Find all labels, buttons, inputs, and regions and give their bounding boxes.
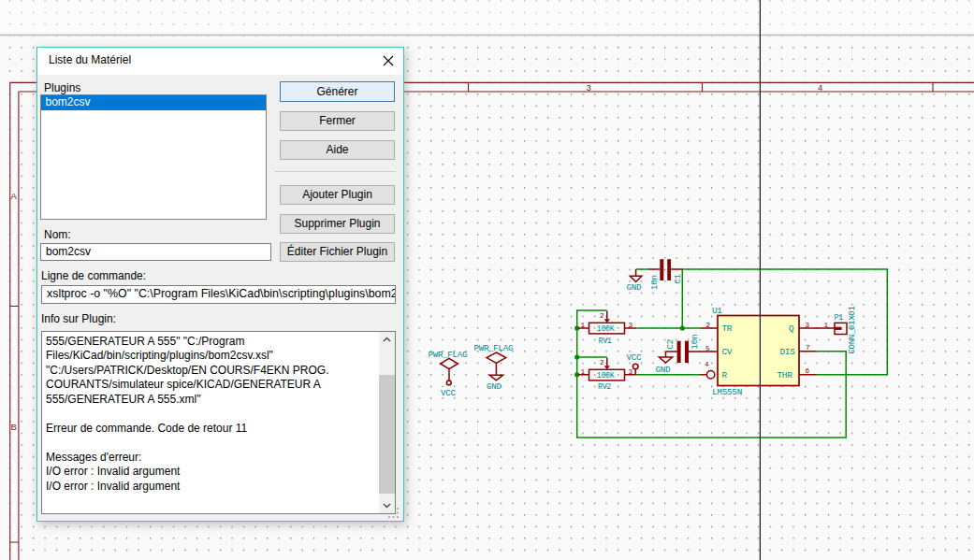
svg-text:RV2: RV2 [598,382,611,391]
svg-text:VCC: VCC [441,388,456,398]
svg-text:3: 3 [806,322,810,329]
svg-text:PWR_FLAG: PWR_FLAG [474,343,514,353]
svg-text:100K: 100K [597,324,615,333]
svg-text:B: B [11,422,17,432]
svg-text:TR: TR [722,323,733,334]
svg-text:1: 1 [581,322,586,329]
svg-text:PWR_FLAG: PWR_FLAG [429,350,468,360]
svg-text:Q: Q [789,323,794,334]
svg-text:GND: GND [656,365,671,375]
svg-text:DIS: DIS [780,347,796,357]
svg-text:5: 5 [705,345,710,352]
svg-text:1: 1 [581,368,586,376]
svg-text:C2: C2 [665,338,676,349]
svg-text:2: 2 [600,359,604,366]
svg-text:CONN_01X01: CONN_01X01 [848,306,857,353]
svg-text:4: 4 [818,82,822,93]
svg-text:LM555N: LM555N [712,387,742,397]
svg-text:2: 2 [600,312,604,320]
svg-text:100K: 100K [597,371,615,380]
svg-text:GND: GND [627,282,642,293]
svg-text:THR: THR [778,370,793,381]
svg-text:GND: GND [487,381,502,392]
svg-text:C1: C1 [673,273,683,283]
svg-text:1: 1 [824,322,829,329]
svg-text:U1: U1 [712,306,722,316]
svg-text:6: 6 [806,367,810,375]
svg-text:R: R [722,370,728,381]
svg-text:CV: CV [722,347,733,357]
svg-text:4: 4 [705,361,709,368]
svg-text:A: A [11,191,18,201]
svg-text:2: 2 [706,322,711,329]
svg-text:7: 7 [806,344,810,352]
svg-text:P1: P1 [835,313,844,322]
svg-text:3: 3 [587,82,591,93]
svg-text:VCC: VCC [627,352,642,363]
svg-text:10n: 10n [690,334,700,349]
svg-text:3: 3 [629,368,633,376]
svg-text:3: 3 [629,322,633,329]
svg-text:RV1: RV1 [599,337,612,345]
svg-text:10n: 10n [649,275,660,290]
